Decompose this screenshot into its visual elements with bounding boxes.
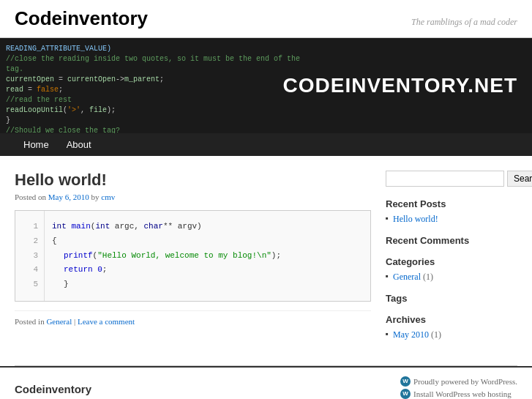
hero-banner: READING_ATTRIBUTE_VALUE) //close the rea…	[0, 38, 532, 133]
sidebar-archives: Archives May 2010 (1)	[386, 314, 517, 340]
post-date-link[interactable]: May 6, 2010	[48, 193, 89, 201]
sidebar-categories: Categories General (1)	[386, 256, 517, 283]
footer-title: Codeinventory	[15, 383, 91, 395]
post-title: Hello world!	[15, 171, 371, 190]
categories-list: General (1)	[386, 272, 517, 283]
nav-item-home[interactable]: Home	[15, 133, 58, 156]
site-footer: Codeinventory W Proudly powered by WordP…	[0, 366, 532, 399]
archives-list: May 2010 (1)	[386, 329, 517, 340]
footer-links: W Proudly powered by WordPress. W Instal…	[400, 376, 517, 399]
hero-logo: CODEINVENTORY.NET	[283, 74, 517, 97]
wordpress-icon-2: W	[400, 389, 411, 399]
wordpress-icon: W	[400, 376, 411, 387]
site-header: Codeinventory The ramblings of a mad cod…	[0, 0, 532, 38]
list-item: Hello world!	[386, 214, 517, 225]
search-input[interactable]	[386, 171, 504, 187]
main-nav: Home About	[0, 133, 532, 156]
posts-column: Hello world! Posted on May 6, 2010 by cm…	[15, 171, 371, 351]
sidebar-recent-comments: Recent Comments	[386, 235, 517, 246]
search-button[interactable]: Search	[507, 171, 532, 187]
post-meta: Posted on May 6, 2010 by cmv	[15, 193, 371, 201]
post-author-link[interactable]: cmv	[101, 193, 115, 201]
sidebar-tags: Tags	[386, 293, 517, 304]
category-link[interactable]: General	[393, 272, 421, 282]
content-area: Hello world! Posted on May 6, 2010 by cm…	[0, 156, 532, 365]
list-item: May 2010 (1)	[386, 329, 517, 340]
footer-hosting-link[interactable]: W Install WordPress web hosting	[400, 389, 517, 399]
post-category-link[interactable]: General	[46, 317, 72, 326]
categories-heading: Categories	[386, 256, 517, 267]
list-item: General (1)	[386, 272, 517, 283]
archives-heading: Archives	[386, 314, 517, 325]
recent-posts-list: Hello world!	[386, 214, 517, 225]
site-tagline: The ramblings of a mad coder	[411, 17, 517, 28]
post-comment-link[interactable]: Leave a comment	[78, 317, 135, 326]
footer-wordpress-link[interactable]: W Proudly powered by WordPress.	[400, 376, 517, 387]
sidebar-search-widget: Search	[386, 171, 517, 187]
code-line-numbers: 12345	[15, 211, 45, 301]
sidebar-recent-posts: Recent Posts Hello world!	[386, 198, 517, 225]
recent-posts-heading: Recent Posts	[386, 198, 517, 209]
nav-item-about[interactable]: About	[58, 133, 100, 156]
tags-heading: Tags	[386, 293, 517, 304]
recent-post-link[interactable]: Hello world!	[393, 214, 438, 224]
hero-code: READING_ATTRIBUTE_VALUE) //close the rea…	[0, 38, 319, 133]
site-title[interactable]: Codeinventory	[15, 7, 148, 30]
post-article: Hello world! Posted on May 6, 2010 by cm…	[15, 171, 371, 326]
code-block: 12345 int main(int argc, char** argv) { …	[15, 210, 371, 302]
recent-comments-heading: Recent Comments	[386, 235, 517, 246]
archive-link[interactable]: May 2010	[393, 329, 429, 340]
post-footer: Posted in General | Leave a comment	[15, 310, 371, 326]
sidebar: Search Recent Posts Hello world! Recent …	[386, 171, 517, 351]
